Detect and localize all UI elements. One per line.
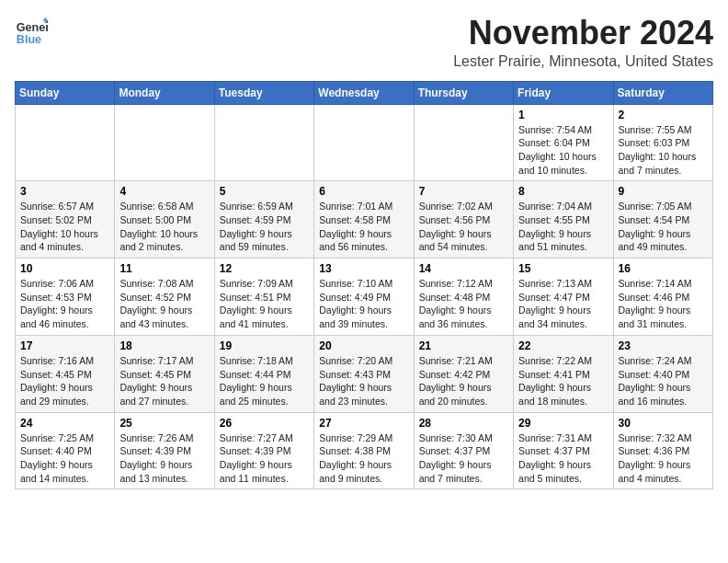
day-number: 23 <box>619 339 708 352</box>
title-area: November 2024 Lester Prairie, Minnesota,… <box>453 15 713 70</box>
day-number: 7 <box>419 185 508 198</box>
month-title: November 2024 <box>453 15 713 52</box>
day-info: Sunrise: 7:55 AM Sunset: 6:03 PM Dayligh… <box>619 123 708 178</box>
day-number: 15 <box>518 262 608 275</box>
day-cell: 30Sunrise: 7:32 AM Sunset: 4:36 PM Dayli… <box>613 412 712 489</box>
day-number: 11 <box>119 262 209 275</box>
day-info: Sunrise: 7:13 AM Sunset: 4:47 PM Dayligh… <box>518 277 608 331</box>
day-header-sunday: Sunday <box>16 81 115 104</box>
day-number: 14 <box>419 262 508 275</box>
day-header-thursday: Thursday <box>414 81 513 104</box>
location-title: Lester Prairie, Minnesota, United States <box>453 53 713 70</box>
day-info: Sunrise: 7:08 AM Sunset: 4:52 PM Dayligh… <box>119 277 209 331</box>
day-info: Sunrise: 7:09 AM Sunset: 4:51 PM Dayligh… <box>220 277 309 331</box>
day-number: 5 <box>220 185 309 198</box>
day-info: Sunrise: 7:01 AM Sunset: 4:58 PM Dayligh… <box>319 200 408 254</box>
calendar-table: SundayMondayTuesdayWednesdayThursdayFrid… <box>15 81 713 490</box>
day-cell: 25Sunrise: 7:26 AM Sunset: 4:39 PM Dayli… <box>115 412 214 489</box>
day-info: Sunrise: 7:30 AM Sunset: 4:37 PM Dayligh… <box>419 431 508 486</box>
day-cell: 6Sunrise: 7:01 AM Sunset: 4:58 PM Daylig… <box>314 181 414 259</box>
day-number: 29 <box>518 417 608 430</box>
day-cell: 17Sunrise: 7:16 AM Sunset: 4:45 PM Dayli… <box>16 335 115 412</box>
day-info: Sunrise: 7:26 AM Sunset: 4:39 PM Dayligh… <box>119 431 209 486</box>
day-info: Sunrise: 6:57 AM Sunset: 5:02 PM Dayligh… <box>20 200 109 254</box>
day-number: 1 <box>518 109 608 121</box>
day-cell: 26Sunrise: 7:27 AM Sunset: 4:39 PM Dayli… <box>214 412 313 489</box>
day-info: Sunrise: 7:22 AM Sunset: 4:41 PM Dayligh… <box>518 354 608 408</box>
day-number: 27 <box>319 417 408 430</box>
day-info: Sunrise: 7:21 AM Sunset: 4:42 PM Dayligh… <box>419 354 508 408</box>
logo: General Blue <box>15 15 48 48</box>
week-row-4: 17Sunrise: 7:16 AM Sunset: 4:45 PM Dayli… <box>16 335 713 412</box>
day-header-monday: Monday <box>115 81 214 104</box>
day-cell: 12Sunrise: 7:09 AM Sunset: 4:51 PM Dayli… <box>214 259 313 336</box>
day-number: 6 <box>319 185 408 198</box>
day-number: 10 <box>20 262 109 275</box>
day-cell: 20Sunrise: 7:20 AM Sunset: 4:43 PM Dayli… <box>314 335 414 412</box>
day-cell: 22Sunrise: 7:22 AM Sunset: 4:41 PM Dayli… <box>514 335 613 412</box>
day-cell: 29Sunrise: 7:31 AM Sunset: 4:37 PM Dayli… <box>514 412 613 489</box>
day-cell <box>414 104 513 181</box>
day-cell: 7Sunrise: 7:02 AM Sunset: 4:56 PM Daylig… <box>414 181 513 259</box>
day-info: Sunrise: 7:18 AM Sunset: 4:44 PM Dayligh… <box>220 354 309 408</box>
logo-icon: General Blue <box>15 15 48 48</box>
day-info: Sunrise: 7:27 AM Sunset: 4:39 PM Dayligh… <box>220 431 309 486</box>
day-cell: 3Sunrise: 6:57 AM Sunset: 5:02 PM Daylig… <box>16 181 115 259</box>
day-number: 8 <box>518 185 608 198</box>
day-cell: 28Sunrise: 7:30 AM Sunset: 4:37 PM Dayli… <box>414 412 513 489</box>
day-info: Sunrise: 7:31 AM Sunset: 4:37 PM Dayligh… <box>518 431 608 486</box>
day-cell: 16Sunrise: 7:14 AM Sunset: 4:46 PM Dayli… <box>613 259 712 336</box>
day-cell <box>16 104 115 181</box>
week-row-5: 24Sunrise: 7:25 AM Sunset: 4:40 PM Dayli… <box>16 412 713 489</box>
day-cell: 24Sunrise: 7:25 AM Sunset: 4:40 PM Dayli… <box>16 412 115 489</box>
day-number: 30 <box>619 417 708 430</box>
day-cell <box>214 104 313 181</box>
calendar-header: SundayMondayTuesdayWednesdayThursdayFrid… <box>16 81 713 104</box>
day-info: Sunrise: 7:04 AM Sunset: 4:55 PM Dayligh… <box>518 200 608 254</box>
day-header-saturday: Saturday <box>613 81 712 104</box>
day-cell: 13Sunrise: 7:10 AM Sunset: 4:49 PM Dayli… <box>314 259 414 336</box>
week-row-2: 3Sunrise: 6:57 AM Sunset: 5:02 PM Daylig… <box>16 181 713 259</box>
day-number: 25 <box>119 417 209 430</box>
day-cell: 10Sunrise: 7:06 AM Sunset: 4:53 PM Dayli… <box>16 259 115 336</box>
day-cell: 1Sunrise: 7:54 AM Sunset: 6:04 PM Daylig… <box>514 104 613 181</box>
day-number: 20 <box>319 339 408 352</box>
day-info: Sunrise: 6:58 AM Sunset: 5:00 PM Dayligh… <box>119 200 209 254</box>
day-cell: 27Sunrise: 7:29 AM Sunset: 4:38 PM Dayli… <box>314 412 414 489</box>
page-header: General Blue November 2024 Lester Prairi… <box>15 15 713 70</box>
day-info: Sunrise: 7:14 AM Sunset: 4:46 PM Dayligh… <box>619 277 708 331</box>
day-header-wednesday: Wednesday <box>314 81 414 104</box>
day-cell: 21Sunrise: 7:21 AM Sunset: 4:42 PM Dayli… <box>414 335 513 412</box>
day-number: 22 <box>518 339 608 352</box>
day-number: 12 <box>220 262 309 275</box>
day-number: 17 <box>20 339 109 352</box>
day-cell: 9Sunrise: 7:05 AM Sunset: 4:54 PM Daylig… <box>613 181 712 259</box>
day-cell: 5Sunrise: 6:59 AM Sunset: 4:59 PM Daylig… <box>214 181 313 259</box>
day-cell <box>115 104 214 181</box>
day-number: 9 <box>619 185 708 198</box>
day-info: Sunrise: 7:29 AM Sunset: 4:38 PM Dayligh… <box>319 431 408 486</box>
day-info: Sunrise: 7:05 AM Sunset: 4:54 PM Dayligh… <box>619 200 708 254</box>
header-row: SundayMondayTuesdayWednesdayThursdayFrid… <box>16 81 713 104</box>
week-row-3: 10Sunrise: 7:06 AM Sunset: 4:53 PM Dayli… <box>16 259 713 336</box>
day-number: 4 <box>119 185 209 198</box>
day-info: Sunrise: 7:10 AM Sunset: 4:49 PM Dayligh… <box>319 277 408 331</box>
day-cell: 18Sunrise: 7:17 AM Sunset: 4:45 PM Dayli… <box>115 335 214 412</box>
day-cell: 15Sunrise: 7:13 AM Sunset: 4:47 PM Dayli… <box>514 259 613 336</box>
day-number: 18 <box>119 339 209 352</box>
day-number: 24 <box>20 417 109 430</box>
day-cell: 11Sunrise: 7:08 AM Sunset: 4:52 PM Dayli… <box>115 259 214 336</box>
day-header-tuesday: Tuesday <box>214 81 313 104</box>
day-number: 26 <box>220 417 309 430</box>
svg-text:Blue: Blue <box>17 33 41 46</box>
day-info: Sunrise: 7:24 AM Sunset: 4:40 PM Dayligh… <box>619 354 708 408</box>
day-number: 2 <box>619 109 708 121</box>
day-number: 13 <box>319 262 408 275</box>
day-cell: 23Sunrise: 7:24 AM Sunset: 4:40 PM Dayli… <box>613 335 712 412</box>
day-cell: 19Sunrise: 7:18 AM Sunset: 4:44 PM Dayli… <box>214 335 313 412</box>
day-number: 3 <box>20 185 109 198</box>
day-cell: 4Sunrise: 6:58 AM Sunset: 5:00 PM Daylig… <box>115 181 214 259</box>
day-cell: 2Sunrise: 7:55 AM Sunset: 6:03 PM Daylig… <box>613 104 712 181</box>
day-cell: 8Sunrise: 7:04 AM Sunset: 4:55 PM Daylig… <box>514 181 613 259</box>
day-cell <box>314 104 414 181</box>
